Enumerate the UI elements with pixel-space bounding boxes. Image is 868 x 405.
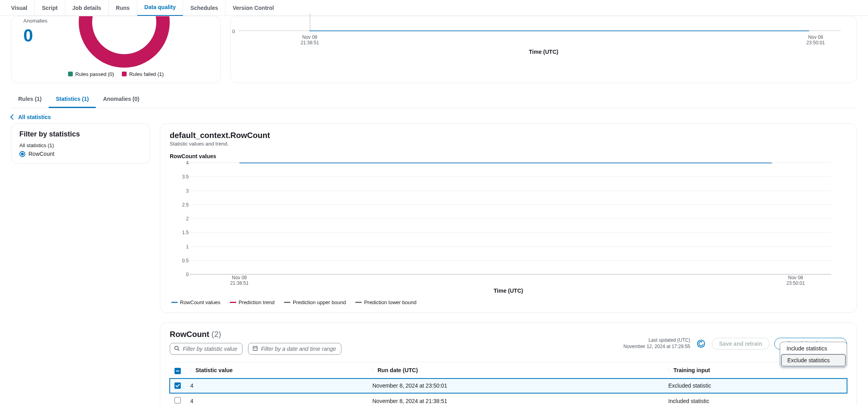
content-row: Filter by statistics All statistics (1) … [11, 123, 857, 405]
ytick: 4 [179, 160, 189, 166]
col-training-input: Training input [668, 367, 842, 373]
statistic-detail-card: default_context.RowCount Statistic value… [160, 123, 857, 313]
cell-training-input: Excluded statistic [663, 379, 847, 393]
ytick: 0.5 [179, 258, 189, 263]
mini-xtick-1: Nov 0821:38:51 [301, 34, 319, 45]
filter-title: Filter by statistics [19, 130, 142, 138]
chevron-left-icon [10, 114, 16, 120]
cell-statistic-value: 4 [186, 379, 368, 393]
svg-rect-2 [253, 346, 257, 350]
ytick: 3 [179, 188, 189, 194]
anomalies-label: Anomalies [23, 18, 47, 24]
legend-upper: Prediction upper bound [284, 299, 346, 305]
legend-passed: Rules passed (0) [68, 71, 114, 77]
tab-schedules[interactable]: Schedules [183, 0, 226, 16]
rules-legend: Rules passed (0) Rules failed (1) [11, 71, 220, 77]
time-mini-chart: 0 Nov 0821:38:51 Nov 0823:50:01 Time (UT… [230, 16, 857, 83]
refresh-button[interactable] [695, 338, 707, 350]
legend-trend: Prediction trend [230, 299, 275, 305]
filter-radio-label: RowCount [28, 151, 54, 157]
svg-line-1 [178, 349, 180, 351]
mini-data-line [310, 30, 809, 31]
filter-date-range[interactable]: Filter by a date and time range [248, 343, 341, 355]
tab-job-details[interactable]: Job details [65, 0, 109, 16]
filter-statistic-value[interactable]: Filter by statistic value [170, 343, 243, 355]
ytick: 2 [179, 216, 189, 221]
ytick: 3.5 [179, 174, 189, 180]
rowcount-title: RowCount (2) [170, 330, 341, 339]
xtick-2: Nov 0823:50:01 [772, 275, 819, 286]
anomalies-card: Anomalies 0 Rules passed (0) Rules faile… [11, 16, 221, 83]
subtab-anomalies[interactable]: Anomalies (0) [96, 91, 146, 108]
tab-runs[interactable]: Runs [109, 0, 137, 16]
select-all-checkbox[interactable] [174, 368, 181, 374]
sub-tabs: Rules (1) Statistics (1) Anomalies (0) [11, 91, 857, 108]
cell-statistic-value: 4 [186, 393, 368, 405]
mini-x-title: Time (UTC) [231, 49, 857, 55]
anomalies-value: 0 [23, 26, 33, 45]
tab-script[interactable]: Script [35, 0, 65, 16]
col-run-date: Run date (UTC) [372, 367, 659, 373]
rules-donut [79, 16, 170, 68]
chart-data-line [239, 163, 772, 163]
rowcount-table: Statistic value Run date (UTC) Training … [170, 362, 847, 405]
legend-values: RowCount values [171, 299, 220, 305]
chart-title: RowCount values [170, 153, 847, 159]
tab-visual[interactable]: Visual [4, 0, 35, 16]
legend-failed: Rules failed (1) [122, 71, 163, 77]
edit-training-dropdown: Include statistics Exclude statistics [780, 342, 847, 368]
dropdown-exclude-statistics[interactable]: Exclude statistics [781, 354, 846, 367]
ytick: 1.5 [179, 230, 189, 235]
filter-all-label: All statistics (1) [19, 142, 142, 148]
table-row[interactable]: 4 November 8, 2024 at 21:38:51 Included … [170, 393, 847, 405]
chart-legend: RowCount values Prediction trend Predict… [171, 299, 847, 305]
xtick-1: Nov 0821:38:51 [216, 275, 263, 286]
row-checkbox[interactable] [174, 397, 181, 403]
subtab-rules[interactable]: Rules (1) [11, 91, 49, 108]
tab-data-quality[interactable]: Data quality [137, 0, 183, 16]
search-icon [174, 346, 180, 352]
tab-version-control[interactable]: Version Control [226, 0, 281, 16]
subtab-statistics[interactable]: Statistics (1) [49, 91, 96, 108]
rowcount-chart: 4 3.5 3 2.5 2 1.5 1 0.5 0 [178, 163, 847, 285]
breadcrumb-all-statistics[interactable]: All statistics [11, 114, 857, 120]
save-retrain-button[interactable]: Save and retrain [712, 338, 770, 350]
row-checkbox[interactable] [174, 382, 181, 389]
summary-row: Anomalies 0 Rules passed (0) Rules faile… [11, 16, 857, 83]
ytick: 0 [179, 272, 189, 277]
col-statistic-value: Statistic value [190, 367, 363, 373]
mini-xtick-2: Nov 0823:50:01 [806, 34, 825, 45]
rowcount-card: RowCount (2) Filter by statistic value [160, 322, 857, 405]
mini-tick-dash [310, 14, 310, 32]
filter-radio-rowcount[interactable]: RowCount [19, 151, 142, 157]
cell-training-input: Included statistic [663, 393, 847, 405]
radio-icon [19, 151, 25, 157]
top-tabs: Visual Script Job details Runs Data qual… [0, 0, 868, 16]
chart-x-title: Time (UTC) [170, 288, 847, 294]
breadcrumb-label: All statistics [18, 114, 51, 120]
last-updated: Last updated (UTC) November 12, 2024 at … [624, 337, 690, 350]
legend-lower: Prediction lower bound [355, 299, 416, 305]
mini-ytick: 0 [232, 29, 235, 34]
ytick: 2.5 [179, 202, 189, 208]
calendar-icon [252, 346, 258, 352]
cell-run-date: November 8, 2024 at 23:50:01 [368, 379, 663, 393]
detail-title: default_context.RowCount [170, 131, 847, 140]
detail-subtitle: Statistic values and trend. [170, 141, 847, 147]
filter-card: Filter by statistics All statistics (1) … [11, 123, 150, 164]
table-row[interactable]: 4 November 8, 2024 at 23:50:01 Excluded … [170, 379, 847, 393]
dropdown-include-statistics[interactable]: Include statistics [781, 343, 846, 354]
cell-run-date: November 8, 2024 at 21:38:51 [368, 393, 663, 405]
svg-point-0 [175, 346, 178, 350]
ytick: 1 [179, 244, 189, 250]
